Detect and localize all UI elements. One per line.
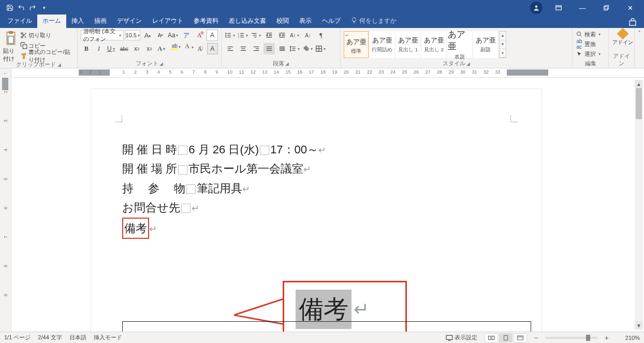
- scrollbar-thumb[interactable]: [636, 88, 642, 119]
- zoom-slider[interactable]: [546, 337, 597, 339]
- show-marks-button[interactable]: ¶: [315, 30, 327, 41]
- style-card-0[interactable]: ↵あア亜標準: [344, 31, 369, 58]
- collapse-ribbon-icon[interactable]: ˄: [635, 28, 644, 68]
- style-card-5[interactable]: あア亜副題: [473, 31, 498, 58]
- gallery-scroll[interactable]: ▲▼▾: [499, 31, 506, 58]
- borders-button[interactable]: ▾: [315, 43, 327, 54]
- zoom-in-button[interactable]: +: [605, 334, 609, 342]
- shading-button[interactable]: ▾: [302, 43, 314, 54]
- doc-line[interactable]: 備考↵: [122, 218, 510, 239]
- select-button[interactable]: 選択▾: [576, 49, 605, 59]
- align-left-button[interactable]: [225, 43, 236, 54]
- tab-home[interactable]: ホーム: [37, 15, 66, 28]
- grow-font-button[interactable]: A▴: [142, 30, 153, 41]
- styles-gallery[interactable]: ↵あア亜標準あア亜行間詰めあア亜見出し 1あア亜見出し 2あア亜表題あア亜副題▲…: [344, 30, 569, 60]
- doc-line[interactable]: 持 参 物筆記用具↵: [122, 179, 510, 198]
- close-button[interactable]: ✕: [618, 0, 642, 16]
- tab-design[interactable]: デザイン: [112, 15, 147, 28]
- decrease-indent-button[interactable]: [264, 30, 275, 41]
- doc-line[interactable]: お問合せ先↵: [122, 198, 510, 217]
- justify-button[interactable]: [264, 43, 275, 54]
- style-card-3[interactable]: あア亜見出し 2: [421, 31, 446, 58]
- strikethrough-button[interactable]: abc: [119, 43, 129, 54]
- scroll-down-icon[interactable]: ▼: [635, 321, 643, 330]
- tell-me[interactable]: 何をしますか: [346, 15, 402, 28]
- distribute-button[interactable]: [276, 43, 288, 54]
- italic-button[interactable]: I: [93, 43, 104, 54]
- qat-customize-icon[interactable]: ▾: [39, 3, 49, 12]
- status-language[interactable]: 日本語: [69, 334, 86, 341]
- char-border-button[interactable]: A: [207, 30, 218, 41]
- tab-references[interactable]: 参考資料: [188, 15, 224, 28]
- style-card-1[interactable]: あア亜行間詰め: [370, 31, 394, 58]
- align-right-button[interactable]: [251, 43, 262, 54]
- multilevel-list-button[interactable]: ▾: [251, 30, 262, 41]
- zoom-level[interactable]: 210%: [616, 335, 640, 341]
- doc-line[interactable]: 開 催 日 時6 月 26 日(水)17：00～↵: [122, 140, 510, 159]
- bullets-button[interactable]: ▾: [225, 30, 236, 41]
- change-case-button[interactable]: Aa▾: [168, 30, 179, 41]
- find-button[interactable]: 検索▾: [576, 30, 605, 39]
- underline-button[interactable]: U▾: [106, 43, 117, 54]
- style-card-2[interactable]: あア亜見出し 1: [396, 31, 420, 58]
- char-shading-button[interactable]: A: [207, 43, 218, 54]
- font-size-combo[interactable]: 10.5▾: [125, 30, 140, 40]
- highlight-button[interactable]: ab▾: [169, 43, 180, 54]
- font-name-combo[interactable]: 游明朝 (本文のフォン▾: [81, 30, 124, 40]
- dialog-launcher-icon[interactable]: ◢: [285, 61, 289, 66]
- document-canvas[interactable]: 開 催 日 時6 月 26 日(水)17：00～↵開 催 場 所市民ホール第一会…: [11, 78, 644, 332]
- vertical-ruler[interactable]: 23456789: [0, 78, 11, 332]
- vertical-scrollbar[interactable]: ▲ ▼: [635, 80, 643, 330]
- tab-insert[interactable]: 挿入: [66, 15, 89, 28]
- align-center-button[interactable]: [238, 43, 249, 54]
- redo-icon[interactable]: [28, 3, 37, 12]
- format-painter-button[interactable]: 書式のコピー/貼り付け: [20, 51, 74, 61]
- status-word-count[interactable]: 2/44 文字: [38, 334, 62, 341]
- zoom-out-button[interactable]: −: [534, 334, 538, 342]
- document-content[interactable]: 開 催 日 時6 月 26 日(水)17：00～↵開 催 場 所市民ホール第一会…: [122, 140, 510, 239]
- status-page[interactable]: 1/1 ページ: [4, 334, 31, 341]
- save-icon[interactable]: [5, 3, 14, 12]
- paste-button[interactable]: 貼り付け: [3, 30, 19, 60]
- share-icon[interactable]: [628, 18, 637, 28]
- dialog-launcher-icon[interactable]: ◢: [159, 61, 163, 66]
- tab-layout[interactable]: レイアウト: [147, 15, 188, 28]
- style-card-4[interactable]: あア亜表題: [447, 31, 472, 58]
- dialog-launcher-icon[interactable]: ◢: [57, 62, 61, 67]
- tab-review[interactable]: 校閲: [271, 15, 294, 28]
- undo-icon[interactable]: [17, 3, 26, 12]
- font-color-button[interactable]: A▾: [182, 43, 193, 54]
- replace-button[interactable]: abac 置換: [576, 39, 605, 49]
- print-layout-button[interactable]: [499, 333, 513, 342]
- tab-file[interactable]: ファイル: [2, 15, 37, 28]
- line-spacing-button[interactable]: ▾: [289, 43, 301, 54]
- remarks-textbox[interactable]: ↵: [122, 321, 531, 332]
- dialog-launcher-icon[interactable]: ◢: [466, 61, 470, 66]
- read-mode-button[interactable]: [485, 333, 498, 342]
- shrink-font-button[interactable]: A▾: [155, 30, 166, 41]
- tab-view[interactable]: 表示: [294, 15, 317, 28]
- tab-draw[interactable]: 描画: [89, 15, 112, 28]
- cut-button[interactable]: 切り取り: [20, 31, 74, 40]
- scroll-up-icon[interactable]: ▲: [635, 80, 643, 88]
- minimize-button[interactable]: —: [570, 0, 594, 16]
- increase-indent-button[interactable]: [276, 30, 288, 41]
- text-direction-button[interactable]: A↕▾: [289, 30, 301, 41]
- doc-line[interactable]: 開 催 場 所市民ホール第一会議室↵: [122, 159, 510, 178]
- web-layout-button[interactable]: [514, 333, 527, 342]
- numbering-button[interactable]: 123▾: [238, 30, 249, 41]
- addin-button[interactable]: アドイン: [612, 30, 634, 46]
- superscript-button[interactable]: x2: [144, 43, 155, 54]
- tab-help[interactable]: ヘルプ: [317, 15, 346, 28]
- horizontal-ruler[interactable]: 3211234567891011121314151617181920212223…: [11, 68, 644, 78]
- subscript-button[interactable]: x2: [131, 43, 142, 54]
- sort-button[interactable]: A↓: [302, 30, 314, 41]
- text-effects-button[interactable]: A▾: [156, 43, 167, 54]
- bold-button[interactable]: B: [81, 43, 92, 54]
- display-settings-button[interactable]: 表示設定: [446, 334, 477, 341]
- enclose-char-button[interactable]: A⃝: [194, 43, 205, 54]
- restore-button[interactable]: [594, 0, 618, 16]
- account-avatar-icon[interactable]: [530, 2, 543, 14]
- clear-formatting-button[interactable]: A⊘: [194, 30, 205, 41]
- phonetic-guide-button[interactable]: ア: [181, 30, 192, 41]
